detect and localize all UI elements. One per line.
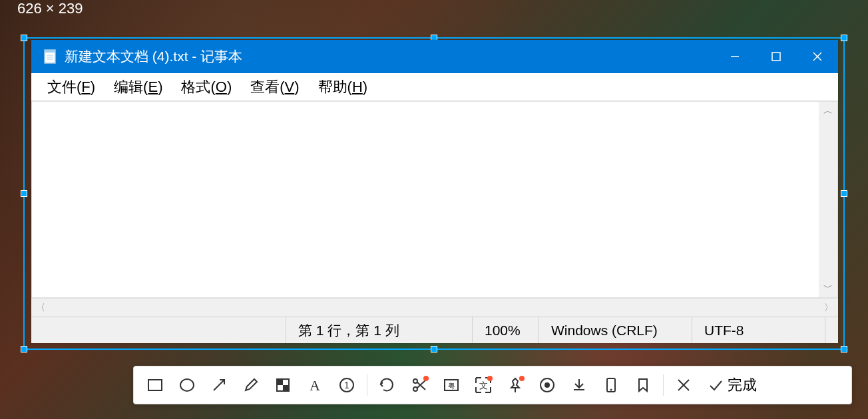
svg-line-11 [214,380,224,390]
snip-toolbar: A 1 粤 文 完成 [133,366,852,404]
minimize-icon [730,51,740,62]
menubar: 文件(F) 编辑(E) 格式(O) 查看(V) 帮助(H) [31,73,838,101]
pen-icon [242,376,260,394]
close-button[interactable] [797,40,838,73]
translate-tool[interactable]: 文 [467,369,499,401]
scroll-left-icon[interactable]: 〈 [31,299,50,317]
resize-grip[interactable] [825,317,838,343]
mosaic-icon [274,376,292,394]
svg-point-10 [180,379,194,391]
resize-handle-tl[interactable] [21,35,27,41]
text-icon: A [306,376,324,394]
menu-file[interactable]: 文件(F) [38,74,105,100]
record-tool[interactable] [531,369,563,401]
ocr-tool[interactable]: 粤 [435,369,467,401]
separator [367,374,367,396]
arrow-tool[interactable] [203,369,235,401]
close-icon [676,377,692,393]
status-line-ending: Windows (CRLF) [539,317,692,343]
scroll-right-icon[interactable]: 〉 [819,299,838,317]
bookmark-icon [634,376,652,394]
svg-text:A: A [310,377,320,394]
device-tool[interactable] [595,369,627,401]
horizontal-scrollbar[interactable]: 〈 〉 [31,298,838,317]
done-button[interactable]: 完成 [700,375,765,395]
scroll-down-icon[interactable]: ﹀ [819,279,837,297]
ocr-icon: 粤 [443,376,460,394]
notepad-icon [42,49,58,65]
rectangle-icon [146,376,164,394]
svg-point-28 [610,389,612,391]
selection-size-label: 626 × 239 [17,0,83,17]
svg-point-19 [413,387,417,391]
status-position: 第 1 行，第 1 列 [286,317,472,343]
save-tool[interactable] [563,369,595,401]
undo-icon [379,376,396,394]
notepad-window: 新建文本文档 (4).txt - 记事本 文件(F) 编辑(E) 格式(O) 查… [31,40,838,343]
undo-tool[interactable] [371,369,403,401]
svg-rect-13 [277,379,283,385]
separator [663,374,664,396]
svg-text:文: 文 [479,380,488,390]
device-icon [602,376,620,394]
resize-handle-mr[interactable] [841,190,847,197]
record-icon [539,376,556,394]
resize-handle-bm[interactable] [431,346,437,352]
done-label: 完成 [728,375,757,395]
resize-handle-bl[interactable] [21,346,27,352]
number-icon: 1 [338,376,355,394]
ellipse-icon [178,376,196,394]
menu-edit[interactable]: 编辑(E) [105,74,172,100]
vertical-scrollbar[interactable]: ︿ ﹀ [819,102,837,297]
text-tool[interactable]: A [299,369,331,401]
svg-rect-6 [772,53,780,61]
window-title: 新建文本文档 (4).txt - 记事本 [65,47,714,66]
menu-format[interactable]: 格式(O) [172,74,241,100]
bookmark-tool[interactable] [627,369,659,401]
menu-view[interactable]: 查看(V) [241,74,308,100]
resize-handle-ml[interactable] [21,190,27,197]
maximize-icon [771,51,781,62]
svg-rect-14 [283,385,289,391]
resize-handle-tr[interactable] [841,35,847,41]
status-encoding: UTF-8 [692,317,825,343]
maximize-button[interactable] [756,40,797,73]
titlebar[interactable]: 新建文本文档 (4).txt - 记事本 [31,40,838,73]
cancel-tool[interactable] [668,369,700,401]
scissors-tool[interactable] [403,369,435,401]
number-tool[interactable]: 1 [331,369,363,401]
resize-handle-br[interactable] [841,346,847,352]
ellipse-tool[interactable] [171,369,203,401]
rectangle-tool[interactable] [139,369,171,401]
svg-text:粤: 粤 [448,382,455,390]
svg-rect-1 [45,50,55,53]
arrow-icon [210,376,228,394]
status-zoom: 100% [472,317,539,343]
editor-area[interactable]: ︿ ﹀ [31,101,838,298]
scroll-up-icon[interactable]: ︿ [819,102,837,120]
close-icon [811,51,823,63]
pen-tool[interactable] [235,369,267,401]
check-icon [708,377,724,393]
svg-point-18 [413,379,417,383]
svg-rect-9 [148,380,162,390]
download-icon [570,376,588,394]
text-content[interactable] [32,102,819,297]
statusbar: 第 1 行，第 1 列 100% Windows (CRLF) UTF-8 [31,317,838,343]
pin-tool[interactable] [499,369,531,401]
svg-text:1: 1 [344,380,349,390]
svg-point-26 [544,382,550,388]
mosaic-tool[interactable] [267,369,299,401]
minimize-button[interactable] [714,40,756,73]
menu-help[interactable]: 帮助(H) [309,74,377,100]
